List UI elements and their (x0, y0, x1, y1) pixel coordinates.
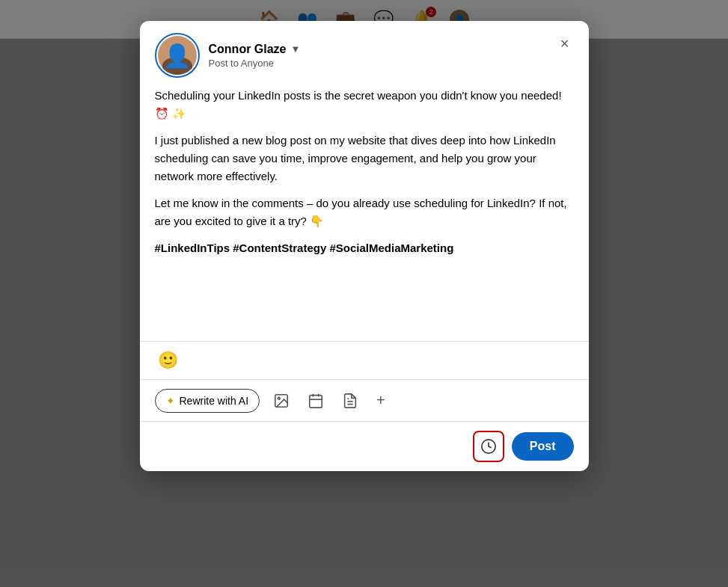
sparkle-icon: ✦ (166, 395, 175, 407)
modal-footer: Post (140, 421, 589, 471)
image-upload-button[interactable] (269, 388, 294, 414)
user-name-text: Connor Glaze (209, 43, 287, 56)
modal-header: Connor Glaze ▼ Post to Anyone × (140, 21, 589, 87)
user-name-row: Connor Glaze ▼ (209, 43, 574, 56)
rewrite-ai-button[interactable]: ✦ Rewrite with AI (155, 389, 260, 413)
emoji-picker-button[interactable]: 🙂 (155, 348, 181, 373)
post-hashtags: #LinkedInTips #ContentStrategy #SocialMe… (155, 239, 574, 257)
rewrite-ai-label: Rewrite with AI (180, 395, 249, 407)
post-paragraph-2: I just published a new blog post on my w… (155, 132, 574, 185)
calendar-icon (308, 393, 324, 409)
user-avatar (158, 36, 197, 75)
post-toolbar: ✦ Rewrite with AI (140, 379, 589, 421)
post-button[interactable]: Post (512, 432, 574, 461)
svg-rect-2 (310, 395, 322, 408)
user-avatar-ring (155, 33, 200, 78)
emoji-bar: 🙂 (140, 341, 589, 379)
user-info: Connor Glaze ▼ Post to Anyone (209, 43, 574, 69)
user-dropdown-arrow[interactable]: ▼ (291, 43, 301, 55)
close-button[interactable]: × (553, 31, 577, 55)
modal-body: Scheduling your LinkedIn posts is the se… (140, 87, 589, 341)
smiley-icon: 🙂 (158, 351, 178, 369)
calendar-button[interactable] (303, 388, 328, 414)
post-paragraph-3: Let me know in the comments – do you alr… (155, 194, 574, 230)
plus-icon: + (376, 392, 385, 409)
image-icon (273, 393, 290, 409)
document-button[interactable] (337, 388, 363, 414)
more-options-button[interactable]: + (372, 387, 390, 414)
svg-point-1 (278, 397, 281, 399)
clock-icon (480, 438, 497, 455)
post-content: Scheduling your LinkedIn posts is the se… (155, 87, 574, 257)
document-icon (342, 393, 358, 409)
post-to-label[interactable]: Post to Anyone (209, 58, 574, 69)
post-text-area[interactable]: Scheduling your LinkedIn posts is the se… (140, 87, 589, 341)
create-post-modal: Connor Glaze ▼ Post to Anyone × Scheduli… (140, 21, 589, 471)
schedule-button[interactable] (473, 431, 504, 462)
post-paragraph-1: Scheduling your LinkedIn posts is the se… (155, 87, 574, 123)
